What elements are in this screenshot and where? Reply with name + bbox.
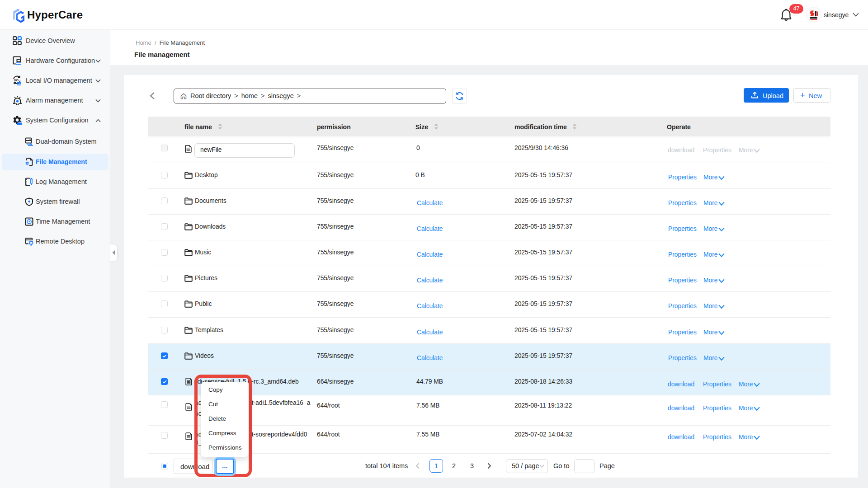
svg-text:I/O: I/O bbox=[14, 79, 19, 82]
